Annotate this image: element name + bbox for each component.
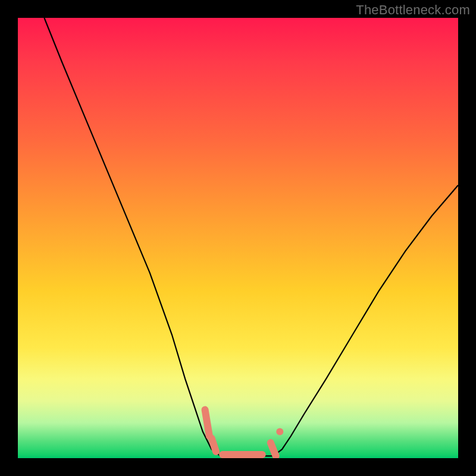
chart-frame: TheBottleneck.com [0, 0, 476, 476]
curve-marker [271, 443, 276, 456]
curve-marker [212, 439, 216, 452]
watermark-text: TheBottleneck.com [356, 2, 470, 18]
plot-area [18, 18, 458, 458]
curve-svg [18, 18, 458, 458]
curve-marker [276, 428, 283, 436]
curve-marker [205, 410, 209, 436]
bottleneck-curve [44, 18, 458, 456]
